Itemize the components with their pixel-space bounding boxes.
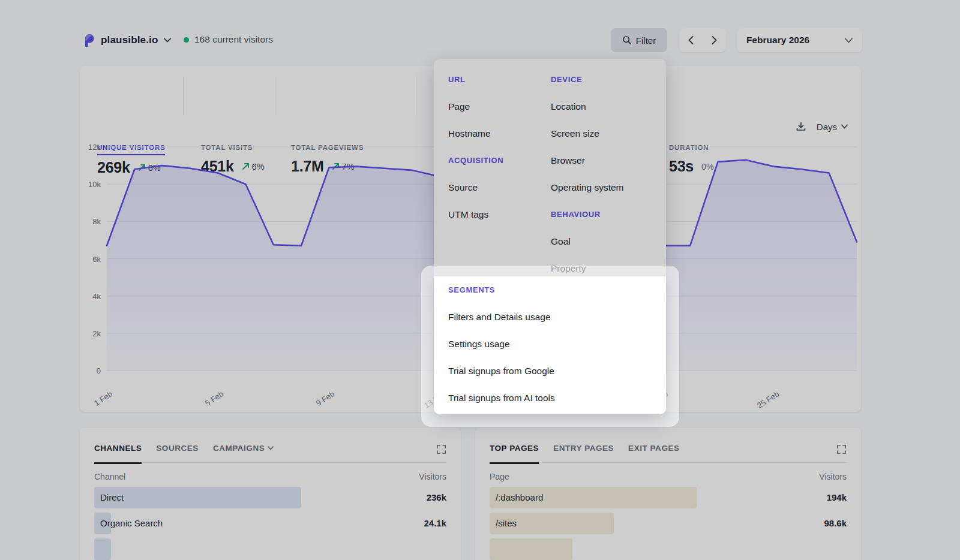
segment-item[interactable]: Trial signups from AI tools: [448, 393, 555, 404]
segments-spotlight: SEGMENTS Filters and Details usageSettin…: [421, 266, 679, 427]
plausible-dashboard: plausible.io 168 current visitors Filter…: [0, 0, 960, 560]
segments-section: SEGMENTS Filters and Details usageSettin…: [434, 276, 666, 414]
segment-item[interactable]: Settings usage: [448, 339, 510, 350]
segments-header: SEGMENTS: [448, 285, 495, 294]
segment-item[interactable]: Filters and Details usage: [448, 312, 551, 323]
segment-item[interactable]: Trial signups from Google: [448, 366, 554, 377]
